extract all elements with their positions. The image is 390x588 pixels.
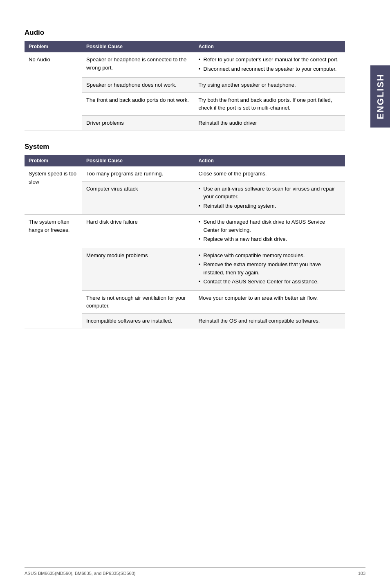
system-action-2-bullet-2: Reinstall the operating system. xyxy=(199,202,341,210)
audio-col-action: Action xyxy=(195,41,345,52)
audio-col-problem: Problem xyxy=(25,41,82,52)
audio-cause-3: The front and back audio ports do not wo… xyxy=(82,92,194,115)
system-table: Problem Possible Cause Action System spe… xyxy=(25,155,345,328)
audio-action-1-bullet-1: Refer to your computer's user manual for… xyxy=(199,56,341,64)
system-action-5: Move your computer to an area with bette… xyxy=(195,290,345,313)
audio-cause-1: Speaker or headphone is connected to the… xyxy=(82,52,194,78)
audio-action-1: Refer to your computer's user manual for… xyxy=(195,52,345,78)
audio-cause-4: Driver problems xyxy=(82,115,194,130)
system-cause-4: Memory module problems xyxy=(82,248,194,290)
english-tab: ENGLISH xyxy=(370,65,390,128)
table-row: The system often hangs or freezes. Hard … xyxy=(25,215,345,248)
system-cause-5: There is not enough air ventilation for … xyxy=(82,290,194,313)
system-action-6: Reinstall the OS and reinstall compatibl… xyxy=(195,313,345,328)
system-action-3-bullet-1: Send the damaged hard disk drive to ASUS… xyxy=(199,218,341,234)
table-row: System speed is too slow Too many progra… xyxy=(25,166,345,181)
system-cause-3: Hard disk drive failure xyxy=(82,215,194,248)
system-cause-1: Too many programs are running. xyxy=(82,166,194,181)
system-action-3-bullet-2: Replace with a new hard disk drive. xyxy=(199,235,341,243)
footer-left: ASUS BM6635(MD560), BM6835, and BP6335(S… xyxy=(25,571,135,576)
audio-action-2: Try using another speaker or headphone. xyxy=(195,78,345,93)
audio-problem-no-audio: No Audio xyxy=(25,52,82,130)
table-row: No Audio Speaker or headphone is connect… xyxy=(25,52,345,78)
audio-action-4: Reinstall the audio driver xyxy=(195,115,345,130)
system-col-problem: Problem xyxy=(25,155,82,166)
system-cause-2: Computer virus attack xyxy=(82,181,194,215)
system-action-4-bullet-1: Replace with compatible memory modules. xyxy=(199,251,341,260)
system-action-2-bullet-1: Use an anti-virus software to scan for v… xyxy=(199,185,341,201)
system-action-4: Replace with compatible memory modules. … xyxy=(195,248,345,290)
audio-action-1-bullet-2: Disconnect and reconnect the speaker to … xyxy=(199,65,341,73)
system-col-cause: Possible Cause xyxy=(82,155,194,166)
page-footer: ASUS BM6635(MD560), BM6835, and BP6335(S… xyxy=(25,567,365,576)
footer-right: 103 xyxy=(358,571,365,576)
audio-section-title: Audio xyxy=(25,29,345,37)
system-action-2: Use an anti-virus software to scan for v… xyxy=(195,181,345,215)
audio-col-cause: Possible Cause xyxy=(82,41,194,52)
system-action-4-bullet-2: Remove the extra memory modules that you… xyxy=(199,260,341,276)
system-action-1: Close some of the programs. xyxy=(195,166,345,181)
system-action-4-bullet-3: Contact the ASUS Service Center for assi… xyxy=(199,278,341,286)
system-section-title: System xyxy=(25,143,345,151)
system-problem-hangs: The system often hangs or freezes. xyxy=(25,215,82,328)
system-action-3: Send the damaged hard disk drive to ASUS… xyxy=(195,215,345,248)
audio-table: Problem Possible Cause Action No Audio S… xyxy=(25,41,345,130)
audio-action-3: Try both the front and back audio ports.… xyxy=(195,92,345,115)
system-cause-6: Incompatible softwares are installed. xyxy=(82,313,194,328)
audio-cause-2: Speaker or headphone does not work. xyxy=(82,78,194,93)
system-col-action: Action xyxy=(195,155,345,166)
system-problem-slow: System speed is too slow xyxy=(25,166,82,215)
